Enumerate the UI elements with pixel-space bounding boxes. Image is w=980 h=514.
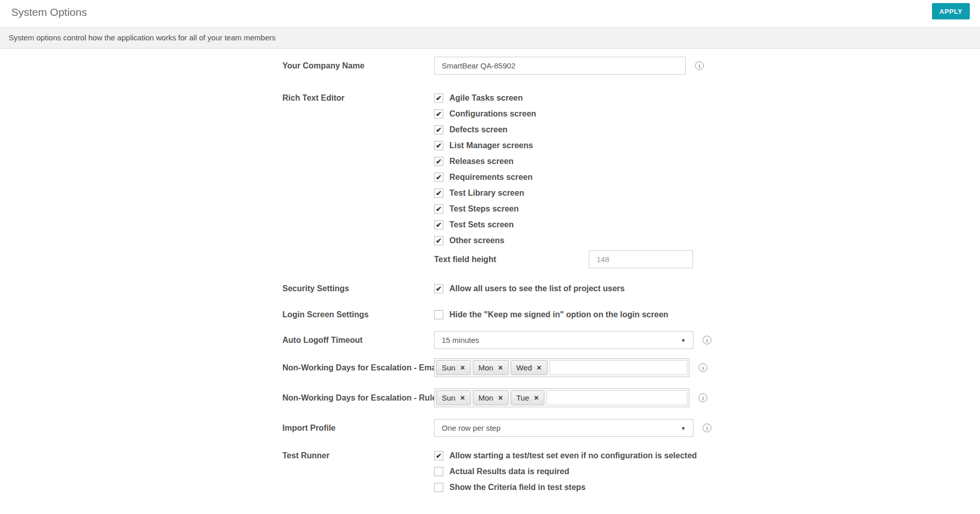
text-field-height-label: Text field height [434, 255, 589, 264]
auto-logoff-selected-value: 15 minutes [442, 336, 479, 344]
import-profile-select[interactable]: One row per step ▼ [434, 419, 694, 437]
checkbox-label: Agile Tasks screen [449, 94, 523, 103]
auto-logoff-label: Auto Logoff Timeout [282, 336, 434, 345]
escalation-email-label: Non-Working Days for Escalation - Email [282, 363, 434, 372]
checkbox-label: Allow starting a test/test set even if n… [449, 451, 697, 460]
test-runner-options: ✔ Allow starting a test/test set even if… [434, 448, 697, 495]
checkbox-row-configurations: ✔ Configurations screen [434, 106, 693, 122]
check-icon: ✔ [436, 126, 442, 133]
checkbox-row-test-library: ✔ Test Library screen [434, 185, 693, 201]
checkbox-show-criteria-field[interactable]: ✔ [434, 483, 443, 492]
checkbox-row-show-criteria-field: ✔ Show the Criteria field in test steps [434, 479, 697, 495]
close-icon[interactable]: ✕ [537, 364, 542, 371]
field-row-company-name: Your Company Name i [282, 57, 980, 75]
info-icon[interactable]: i [695, 61, 704, 70]
escalation-rules-tags[interactable]: Sun✕ Mon✕ Tue✕ [434, 388, 689, 407]
checkbox-row-hide-keep-signed-in: ✔ Hide the "Keep me signed in" option on… [434, 307, 668, 322]
checkbox-label: Test Steps screen [449, 204, 519, 214]
escalation-rules-label: Non-Working Days for Escalation - Rules … [282, 393, 434, 403]
checkbox-actual-results-required[interactable]: ✔ [434, 467, 443, 476]
auto-logoff-select[interactable]: 15 minutes ▼ [434, 331, 694, 349]
checkbox-label: Other screens [449, 236, 505, 245]
tag-label: Sun [442, 393, 456, 402]
checkbox-hide-keep-signed-in[interactable]: ✔ [434, 310, 443, 319]
checkbox-test-steps[interactable]: ✔ [434, 204, 443, 214]
system-options-form: Your Company Name i Rich Text Editor ✔ A… [0, 49, 980, 495]
checkbox-row-defects: ✔ Defects screen [434, 122, 693, 137]
tag-wed: Wed✕ [511, 360, 547, 375]
info-icon[interactable]: i [703, 336, 711, 344]
text-field-height-input[interactable] [589, 250, 693, 268]
rich-text-editor-options: ✔ Agile Tasks screen ✔ Configurations sc… [434, 90, 693, 268]
close-icon[interactable]: ✕ [534, 394, 539, 402]
tag-label: Mon [479, 393, 493, 402]
checkbox-allow-all-users[interactable]: ✔ [434, 284, 443, 293]
chevron-down-icon: ▼ [681, 426, 686, 431]
checkbox-releases[interactable]: ✔ [434, 157, 443, 166]
checkbox-allow-start-no-config[interactable]: ✔ [434, 451, 443, 460]
tag-label: Tue [516, 393, 529, 402]
escalation-email-tags[interactable]: Sun✕ Mon✕ Wed✕ [434, 358, 689, 377]
checkbox-row-test-sets: ✔ Test Sets screen [434, 217, 693, 232]
close-icon[interactable]: ✕ [460, 394, 465, 402]
import-profile-label: Import Profile [282, 424, 434, 433]
checkbox-test-sets[interactable]: ✔ [434, 220, 443, 229]
field-row-escalation-rules: Non-Working Days for Escalation - Rules … [282, 388, 980, 407]
escalation-email-tag-input[interactable] [549, 360, 687, 375]
tag-tue: Tue✕ [511, 390, 544, 405]
checkbox-row-other-screens: ✔ Other screens [434, 232, 693, 248]
login-screen-settings-label: Login Screen Settings [282, 310, 434, 319]
checkbox-row-allow-all-users: ✔ Allow all users to see the list of pro… [434, 281, 625, 296]
company-name-label: Your Company Name [282, 61, 434, 71]
check-icon: ✔ [436, 110, 442, 118]
close-icon[interactable]: ✕ [498, 394, 503, 402]
check-icon: ✔ [436, 285, 442, 292]
checkbox-other-screens[interactable]: ✔ [434, 236, 443, 245]
checkbox-label: Test Sets screen [449, 220, 514, 229]
tag-mon: Mon✕ [473, 360, 509, 375]
tag-mon: Mon✕ [473, 390, 509, 405]
checkbox-test-library[interactable]: ✔ [434, 189, 443, 198]
checkbox-label: Show the Criteria field in test steps [449, 483, 586, 492]
test-runner-label: Test Runner [282, 448, 434, 463]
field-row-import-profile: Import Profile One row per step ▼ i [282, 419, 980, 437]
check-icon: ✔ [436, 237, 442, 244]
checkbox-list-manager[interactable]: ✔ [434, 141, 443, 150]
info-icon[interactable]: i [699, 363, 707, 372]
checkbox-label: List Manager screens [449, 141, 533, 150]
close-icon[interactable]: ✕ [460, 364, 465, 371]
checkbox-row-releases: ✔ Releases screen [434, 153, 693, 169]
checkbox-label: Allow all users to see the list of proje… [449, 284, 625, 293]
company-name-input[interactable] [434, 57, 686, 75]
checkbox-label: Defects screen [449, 125, 508, 134]
info-icon[interactable]: i [703, 424, 711, 432]
field-row-login-screen-settings: Login Screen Settings ✔ Hide the "Keep m… [282, 307, 980, 322]
checkbox-row-requirements: ✔ Requirements screen [434, 169, 693, 185]
import-profile-selected-value: One row per step [442, 424, 500, 432]
close-icon[interactable]: ✕ [498, 364, 503, 371]
checkbox-label: Requirements screen [449, 173, 533, 182]
checkbox-configurations[interactable]: ✔ [434, 109, 443, 119]
checkbox-row-actual-results-required: ✔ Actual Results data is required [434, 463, 697, 479]
checkbox-requirements[interactable]: ✔ [434, 173, 443, 182]
apply-button[interactable]: APPLY [932, 3, 970, 19]
info-icon[interactable]: i [699, 393, 707, 402]
checkbox-label: Test Library screen [449, 189, 524, 198]
page-header: System Options APPLY [0, 0, 980, 28]
page-title: System Options [11, 6, 87, 18]
checkbox-defects[interactable]: ✔ [434, 125, 443, 134]
check-icon: ✔ [436, 190, 442, 197]
check-icon: ✔ [436, 221, 442, 228]
checkbox-label: Configurations screen [449, 109, 536, 119]
check-icon: ✔ [436, 142, 442, 149]
page-description: System options control how the applicati… [0, 28, 980, 49]
field-row-text-field-height: Text field height [434, 250, 693, 268]
field-row-security-settings: Security Settings ✔ Allow all users to s… [282, 281, 980, 296]
tag-sun: Sun✕ [436, 360, 471, 375]
tag-label: Mon [479, 363, 493, 372]
tag-label: Sun [442, 363, 456, 372]
checkbox-row-allow-start-no-config: ✔ Allow starting a test/test set even if… [434, 448, 697, 463]
escalation-rules-tag-input[interactable] [546, 390, 687, 405]
field-row-auto-logoff: Auto Logoff Timeout 15 minutes ▼ i [282, 331, 980, 349]
checkbox-agile-tasks[interactable]: ✔ [434, 94, 443, 103]
